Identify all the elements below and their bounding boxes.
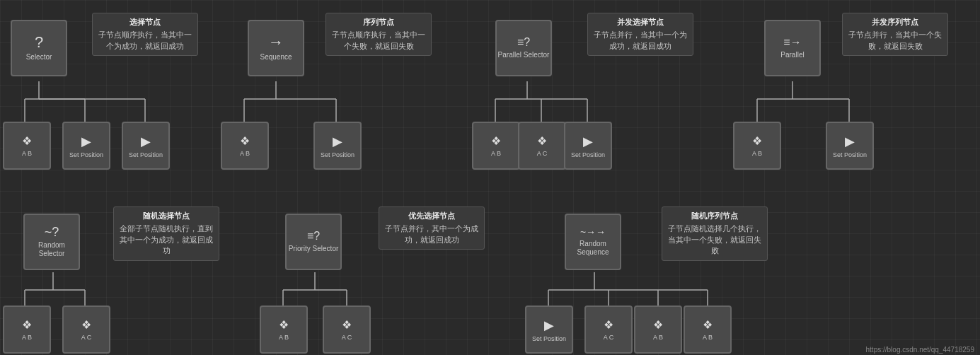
rsel-ab-icon: ❖	[22, 318, 32, 332]
rseq-ab-icon: ❖	[653, 318, 663, 332]
rseq-extra-icon: ❖	[703, 318, 713, 332]
rseq-child-setpos[interactable]: ▶ Set Position	[525, 305, 573, 354]
rsel-ac-icon: ❖	[81, 318, 91, 332]
priority-selector-desc: 优先选择节点 子节点并行，其中一个为成功，就返回成功	[379, 206, 485, 250]
sequence-child-setpos[interactable]: ▶ Set Position	[313, 122, 362, 170]
diagram-area: 选择节点 子节点顺序执行，当其中一个为成功，就返回成功 序列节点 子节点顺序执行…	[0, 0, 980, 355]
parallel-desc: 并发序列节点 子节点并行，当其中一个失败，就返回失败	[842, 13, 948, 56]
psel-ab-icon: ❖	[491, 134, 501, 148]
rseq-child-ac[interactable]: ❖ A C	[584, 305, 633, 354]
random-selector-icon: ~?	[45, 226, 59, 238]
priority-selector-node[interactable]: ≡? Priority Selector	[285, 214, 342, 270]
psel-child-ac[interactable]: ❖ A C	[518, 122, 566, 170]
parallel-selector-desc: 并发选择节点 子节点并行，当其中一个为成功，就返回成功	[587, 13, 693, 56]
play-icon-4: ▶	[583, 134, 593, 149]
rsel-child-ac[interactable]: ❖ A C	[62, 305, 110, 354]
sequence-icon: →	[268, 35, 284, 50]
prio-ab-icon: ❖	[279, 318, 289, 332]
parallel-selector-node[interactable]: ≡? Parallel Selector	[495, 20, 552, 76]
play-icon-5: ▶	[845, 134, 855, 149]
random-sequence-node[interactable]: ~→→ Random Sequence	[565, 214, 621, 270]
prio-ac-icon: ❖	[342, 318, 352, 332]
priority-selector-icon: ≡?	[307, 231, 320, 242]
selector-child-ab-icon: ❖	[22, 134, 32, 148]
random-selector-node[interactable]: ~? Random Selector	[23, 214, 80, 270]
par-child-setpos[interactable]: ▶ Set Position	[826, 122, 874, 170]
parallel-node[interactable]: ≡→ Parallel	[764, 20, 821, 76]
selector-desc: 选择节点 子节点顺序执行，当其中一个为成功，就返回成功	[92, 13, 198, 56]
sequence-desc: 序列节点 子节点顺序执行，当其中一个失败，就返回失败	[325, 13, 432, 56]
parallel-selector-icon: ≡?	[517, 37, 530, 48]
psel-ac-icon: ❖	[537, 134, 547, 148]
selector-icon: ?	[35, 35, 43, 50]
sequence-child-ab[interactable]: ❖ A B	[221, 122, 269, 170]
psel-child-setpos[interactable]: ▶ Set Position	[564, 122, 612, 170]
random-sequence-icon: ~→→	[580, 227, 606, 237]
psel-child-ab[interactable]: ❖ A B	[472, 122, 520, 170]
prio-child-ab[interactable]: ❖ A B	[260, 305, 308, 354]
play-icon-1: ▶	[81, 134, 91, 149]
parallel-icon: ≡→	[783, 37, 801, 48]
selector-node[interactable]: ? Selector	[11, 20, 67, 76]
random-selector-desc: 随机选择节点 全部子节点随机执行，直到其中一个为成功，就返回成功	[113, 206, 219, 261]
seq-child-ab-icon: ❖	[240, 134, 250, 148]
par-child-ab[interactable]: ❖ A B	[733, 122, 781, 170]
play-icon-6: ▶	[544, 318, 554, 333]
play-icon-2: ▶	[141, 134, 151, 149]
prio-child-ac[interactable]: ❖ A C	[323, 305, 371, 354]
rsel-child-ab[interactable]: ❖ A B	[3, 305, 51, 354]
random-sequence-desc: 随机序列节点 子节点随机选择几个执行，当其中一个失败，就返回失败	[662, 206, 768, 261]
selector-child-setpos1[interactable]: ▶ Set Position	[62, 122, 110, 170]
selector-child-ab[interactable]: ❖ A B	[3, 122, 51, 170]
rseq-child-ab[interactable]: ❖ A B	[634, 305, 682, 354]
play-icon-3: ▶	[333, 134, 342, 149]
selector-child-setpos2[interactable]: ▶ Set Position	[122, 122, 170, 170]
rseq-ac-icon: ❖	[604, 318, 613, 332]
sequence-node[interactable]: → Sequence	[248, 20, 304, 76]
watermark: https://blog.csdn.net/qq_44718259	[866, 346, 974, 354]
par-ab-icon: ❖	[752, 134, 762, 148]
rseq-child-extra[interactable]: ❖ A B	[684, 305, 732, 354]
